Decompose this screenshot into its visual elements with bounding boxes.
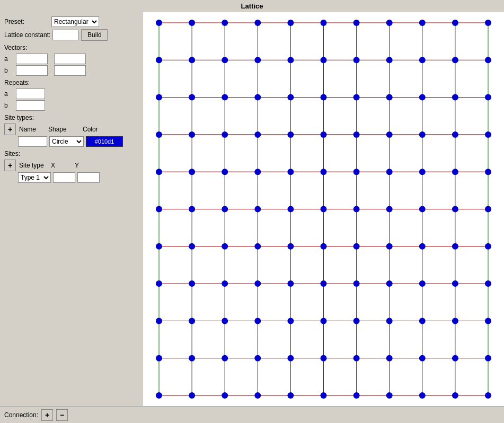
- lattice-canvas-area: [143, 12, 504, 406]
- repeats-label: Repeats:: [4, 79, 139, 86]
- type1-shape-select[interactable]: Circle Square Triangle: [49, 136, 84, 147]
- lattice-constant-label: Lattice constant:: [4, 31, 50, 39]
- preset-row: Preset: Rectangular Hexagonal Square Obl…: [4, 16, 139, 27]
- col-shape-label: Shape: [48, 126, 83, 133]
- vectors-label: Vectors:: [4, 44, 139, 51]
- add-site-button[interactable]: +: [4, 160, 16, 171]
- site-types-header-row: + Name Shape Color: [4, 124, 139, 135]
- lattice-constant-input[interactable]: 1.0: [52, 30, 79, 40]
- sidebar: Preset: Rectangular Hexagonal Square Obl…: [0, 12, 143, 406]
- site1-type-select[interactable]: Type 1: [18, 172, 51, 183]
- vectors-grid: a 1.0 0.0 b 0.0 1.0: [4, 54, 139, 76]
- sites-label: Sites:: [4, 150, 139, 157]
- connection-add-button[interactable]: +: [41, 409, 53, 421]
- sites-header-row: + Site type X Y: [4, 160, 139, 171]
- vec-b-label: b: [4, 67, 15, 74]
- site-row: Type 1 0.0 0.0: [18, 172, 139, 183]
- site-type-row: Type 1 Circle Square Triangle #010d1: [18, 136, 139, 147]
- col-site-type-label: Site type: [19, 162, 51, 169]
- bottom-bar: Connection: + −: [0, 406, 504, 423]
- preset-label: Preset:: [4, 18, 49, 25]
- connection-label: Connection:: [4, 411, 38, 419]
- window-title: Lattice: [0, 0, 504, 12]
- preset-select[interactable]: Rectangular Hexagonal Square Oblique: [51, 16, 99, 27]
- repeat-a-input[interactable]: 50: [16, 89, 45, 99]
- lattice-constant-row: Lattice constant: 1.0 Build: [4, 29, 139, 41]
- col-x-label: X: [51, 162, 75, 169]
- build-button[interactable]: Build: [81, 29, 108, 41]
- lattice-canvas: [143, 12, 504, 406]
- vec-a-y-input[interactable]: 0.0: [54, 54, 86, 64]
- type1-name-input[interactable]: Type 1: [18, 136, 47, 147]
- repeat-b-input[interactable]: 50: [16, 100, 45, 111]
- repeat-a-label: a: [4, 90, 15, 98]
- add-site-type-button[interactable]: +: [4, 124, 16, 135]
- vec-a-label: a: [4, 55, 15, 63]
- col-color-label: Color: [83, 126, 98, 133]
- site1-x-input[interactable]: 0.0: [53, 172, 75, 183]
- repeats-grid: a 50 b 50: [4, 89, 139, 111]
- vec-b-x-input[interactable]: 0.0: [16, 65, 48, 76]
- col-y-label: Y: [75, 162, 79, 169]
- col-name-label: Name: [19, 126, 48, 133]
- site-types-label: Site types:: [4, 114, 139, 121]
- connection-remove-button[interactable]: −: [56, 409, 68, 421]
- vec-b-y-input[interactable]: 1.0: [54, 65, 86, 76]
- vec-a-x-input[interactable]: 1.0: [16, 54, 48, 64]
- type1-color-button[interactable]: #010d1: [86, 136, 123, 147]
- site1-y-input[interactable]: 0.0: [77, 172, 100, 183]
- repeat-b-label: b: [4, 102, 15, 109]
